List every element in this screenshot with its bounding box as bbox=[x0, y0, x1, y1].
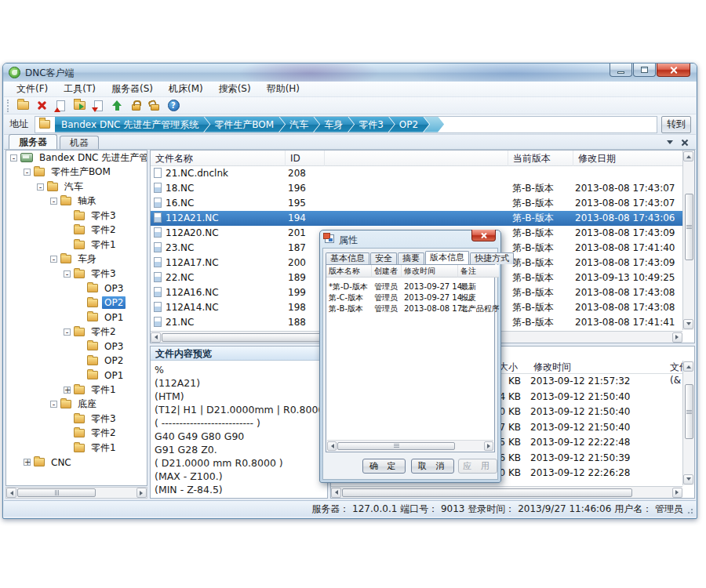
tree-item[interactable]: -OP2 bbox=[6, 354, 147, 368]
tree-item[interactable]: -零件3 bbox=[6, 412, 147, 426]
tree-item[interactable]: -零件1 bbox=[6, 441, 147, 456]
tab-服务器[interactable]: 服务器 bbox=[9, 134, 57, 149]
scroll-right-icon[interactable] bbox=[136, 488, 147, 498]
scroll-thumb[interactable] bbox=[685, 194, 693, 260]
attachments-hscrollbar[interactable] bbox=[331, 486, 682, 498]
collapse-icon[interactable]: - bbox=[10, 154, 17, 162]
column-header-mtime[interactable]: 修改时间 bbox=[529, 361, 662, 374]
menu-item[interactable]: 工具(T) bbox=[56, 81, 104, 97]
dialog-tab-安全[interactable]: 安全 bbox=[370, 252, 397, 264]
tab-机器[interactable]: 机器 bbox=[60, 136, 99, 149]
column-header-id[interactable]: ID bbox=[286, 151, 325, 166]
tree-item[interactable]: -Bandex DNC 先进生产管理系统 bbox=[6, 151, 147, 165]
tree-item[interactable]: -零件2 bbox=[6, 223, 147, 238]
breadcrumb-item[interactable]: 零件3 bbox=[348, 117, 395, 132]
scroll-thumb[interactable] bbox=[17, 488, 96, 497]
scroll-left-icon[interactable] bbox=[327, 441, 337, 451]
breadcrumb-item[interactable]: OP2 bbox=[389, 117, 429, 132]
table-row[interactable]: 21.NC.dnclnk208 bbox=[151, 166, 682, 181]
tree-item[interactable]: -零件3 bbox=[6, 209, 147, 223]
scroll-right-icon[interactable] bbox=[484, 441, 493, 451]
tree-item[interactable]: -零件3 bbox=[6, 267, 147, 281]
scroll-down-icon[interactable] bbox=[683, 474, 693, 485]
scroll-right-icon[interactable] bbox=[672, 488, 682, 498]
resize-grip[interactable] bbox=[686, 506, 693, 514]
version-row[interactable]: 第-B-版本管理员2013-08-08 17:...老产品程序 bbox=[326, 303, 494, 314]
menu-item[interactable]: 帮助(H) bbox=[259, 81, 308, 97]
table-row[interactable]: 112A21.NC194第-B-版本2013-08-08 17:43:06 bbox=[151, 211, 682, 226]
attachments-vscrollbar[interactable] bbox=[682, 361, 694, 485]
dialog-tab-基本信息[interactable]: 基本信息 bbox=[326, 252, 369, 264]
dialog-tab-版本信息[interactable]: 版本信息 bbox=[425, 251, 469, 264]
dialog-tab-摘要[interactable]: 摘要 bbox=[398, 252, 424, 264]
dialog-tab-快捷方式[interactable]: 快捷方式 bbox=[470, 252, 514, 264]
collapse-icon[interactable]: - bbox=[37, 183, 44, 191]
cancel-button[interactable]: 取 消 bbox=[411, 459, 454, 474]
collapse-icon[interactable]: - bbox=[64, 328, 71, 336]
scroll-right-icon[interactable] bbox=[672, 332, 682, 343]
dialog-title-bar[interactable]: 属性 bbox=[320, 230, 500, 247]
breadcrumb-item[interactable]: Bandex DNC 先进生产管理系统 bbox=[55, 117, 209, 132]
tree-item[interactable]: +CNC bbox=[6, 456, 147, 470]
tree-hscrollbar[interactable] bbox=[5, 487, 147, 499]
version-column-time[interactable]: 修改时间 bbox=[402, 265, 458, 278]
tree-item[interactable]: -OP3 bbox=[6, 339, 147, 354]
expand-icon[interactable]: + bbox=[64, 387, 71, 394]
chevron-down-icon[interactable] bbox=[667, 140, 673, 147]
dialog-close-button[interactable] bbox=[471, 230, 496, 241]
toolbar-lock-button[interactable] bbox=[126, 98, 145, 114]
collapse-icon[interactable]: - bbox=[50, 198, 57, 205]
version-column-name[interactable]: 版本名称 bbox=[326, 265, 372, 278]
tree-item[interactable]: -零件2 bbox=[6, 426, 147, 441]
column-header-filename[interactable]: 文件名称 bbox=[151, 151, 286, 166]
collapse-icon[interactable]: - bbox=[24, 169, 31, 176]
toolbar-unlock-button[interactable] bbox=[145, 98, 164, 114]
tree-item[interactable]: -OP1 bbox=[6, 310, 147, 325]
scroll-down-icon[interactable] bbox=[683, 319, 693, 329]
breadcrumb-item[interactable]: 车身 bbox=[314, 117, 354, 132]
scroll-up-icon[interactable] bbox=[683, 361, 693, 372]
toolbar-check-in-file-button[interactable] bbox=[89, 98, 107, 114]
expand-icon[interactable]: + bbox=[24, 459, 31, 466]
menu-item[interactable]: 服务器(S) bbox=[104, 81, 161, 97]
apply-button[interactable]: 应 用 bbox=[458, 459, 497, 474]
tree-item[interactable]: -车身 bbox=[6, 252, 147, 267]
scroll-left-icon[interactable] bbox=[151, 332, 161, 343]
maximize-button[interactable] bbox=[633, 64, 656, 77]
version-column-creator[interactable]: 创建者 bbox=[372, 265, 402, 278]
tree-item[interactable]: -零件2 bbox=[6, 325, 147, 339]
scroll-up-icon[interactable] bbox=[683, 151, 693, 162]
tree-item[interactable]: -轴承 bbox=[6, 194, 147, 209]
scroll-thumb[interactable] bbox=[337, 442, 455, 450]
scroll-left-icon[interactable] bbox=[331, 488, 341, 498]
go-button[interactable]: 转到 bbox=[661, 116, 691, 133]
close-button[interactable] bbox=[657, 64, 690, 77]
minimize-button[interactable] bbox=[610, 64, 632, 77]
toolbar-new-folder-button[interactable] bbox=[13, 98, 32, 114]
scroll-left-icon[interactable] bbox=[6, 488, 16, 498]
column-header-version[interactable]: 当前版本 bbox=[508, 151, 573, 166]
toolbar-help-button[interactable]: ? bbox=[164, 98, 183, 114]
scroll-thumb[interactable] bbox=[342, 488, 632, 497]
toolbar-check-out-file-button[interactable] bbox=[51, 98, 70, 114]
ok-button[interactable]: 确 定 bbox=[362, 459, 406, 474]
tree-item[interactable]: -底座 bbox=[6, 397, 147, 412]
menu-item[interactable]: 搜索(S) bbox=[211, 81, 259, 97]
toolbar-delete-button[interactable] bbox=[32, 98, 51, 114]
breadcrumb-item[interactable]: 汽车 bbox=[279, 117, 319, 132]
collapse-icon[interactable]: - bbox=[64, 270, 71, 278]
tree-item[interactable]: -汽车 bbox=[6, 180, 147, 194]
version-column-note[interactable]: 备注 bbox=[458, 265, 499, 278]
menu-item[interactable]: 文件(F) bbox=[9, 81, 56, 97]
scroll-thumb[interactable] bbox=[685, 384, 693, 439]
collapse-icon[interactable]: - bbox=[50, 401, 57, 408]
tree-item[interactable]: -OP2 bbox=[6, 296, 147, 310]
dialog-hscrollbar[interactable] bbox=[327, 440, 493, 451]
file-list-vscrollbar[interactable] bbox=[682, 151, 694, 330]
address-input[interactable]: Bandex DNC 先进生产管理系统零件生产BOM汽车车身零件3OP2 bbox=[35, 116, 657, 133]
menu-item[interactable]: 机床(M) bbox=[161, 81, 211, 97]
toolbar-transfer-folder-button[interactable] bbox=[70, 98, 89, 114]
version-row[interactable]: *第-D-版本管理员2013-09-27 14:...最新 bbox=[326, 281, 494, 292]
table-row[interactable]: 16.NC195第-B-版本2013-08-08 17:43:07 bbox=[151, 196, 682, 211]
panel-close-icon[interactable] bbox=[681, 139, 688, 146]
